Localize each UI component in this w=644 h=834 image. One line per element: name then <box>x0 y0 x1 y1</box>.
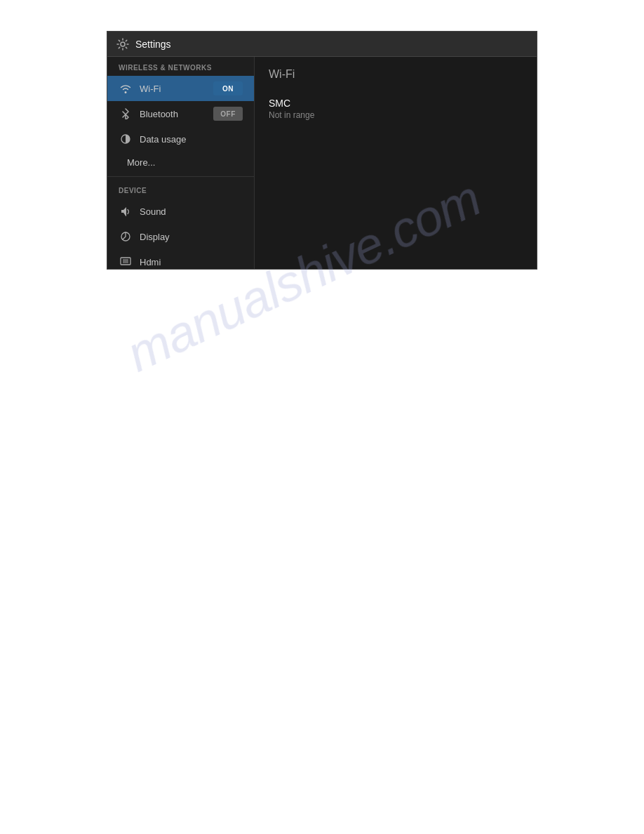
settings-title-icon <box>116 37 130 51</box>
settings-window: Settings WIRELESS & NETWORKS <box>107 31 537 270</box>
data-usage-icon <box>119 132 133 146</box>
wifi-label: Wi-Fi <box>140 84 213 94</box>
device-section-header: DEVICE <box>107 180 254 199</box>
sidebar-item-wifi[interactable]: Wi-Fi ON <box>107 76 254 101</box>
data-usage-label: Data usage <box>140 134 243 145</box>
network-item[interactable]: SMC Not in range <box>269 92 523 126</box>
wifi-toggle[interactable]: ON <box>213 81 243 95</box>
bluetooth-icon <box>119 107 133 121</box>
sound-label: Sound <box>140 206 243 217</box>
sidebar-item-more[interactable]: More... <box>107 152 254 173</box>
settings-title: Settings <box>135 39 171 50</box>
svg-rect-4 <box>123 259 128 263</box>
network-status: Not in range <box>269 110 523 120</box>
left-panel: WIRELESS & NETWORKS Wi-Fi ON <box>107 57 255 269</box>
bluetooth-label: Bluetooth <box>140 109 213 119</box>
display-label: Display <box>140 232 243 242</box>
hdmi-label: Hdmi <box>140 257 243 267</box>
hdmi-icon <box>119 255 133 269</box>
section-divider <box>107 176 254 177</box>
wireless-section-header: WIRELESS & NETWORKS <box>107 57 254 76</box>
sidebar-item-display[interactable]: Display <box>107 224 254 249</box>
right-panel-title: Wi-Fi <box>269 68 523 81</box>
bluetooth-toggle[interactable]: OFF <box>213 107 243 121</box>
title-bar: Settings <box>107 32 537 57</box>
sound-icon <box>119 204 133 218</box>
right-panel: Wi-Fi SMC Not in range <box>255 57 537 269</box>
sidebar-item-hdmi[interactable]: Hdmi <box>107 249 254 269</box>
display-icon <box>119 230 133 244</box>
more-label: More... <box>127 157 243 168</box>
network-name: SMC <box>269 98 523 109</box>
content-area: WIRELESS & NETWORKS Wi-Fi ON <box>107 57 537 269</box>
svg-point-0 <box>121 42 125 46</box>
wifi-icon <box>119 81 133 95</box>
sidebar-item-sound[interactable]: Sound <box>107 199 254 224</box>
page-wrapper: Settings WIRELESS & NETWORKS <box>0 0 644 834</box>
sidebar-item-data-usage[interactable]: Data usage <box>107 126 254 152</box>
sidebar-item-bluetooth[interactable]: Bluetooth OFF <box>107 101 254 126</box>
